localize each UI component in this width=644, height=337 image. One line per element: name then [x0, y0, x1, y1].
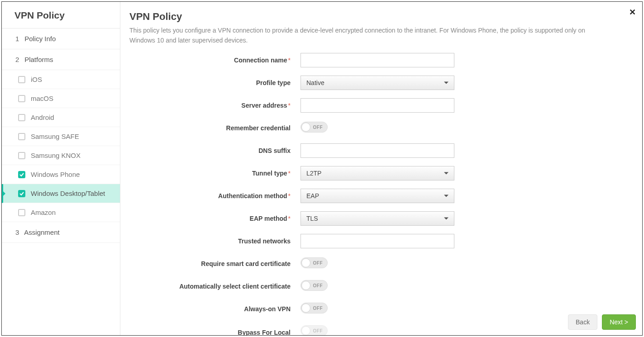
nav-step-label: Platforms: [24, 56, 53, 63]
select-eap-method[interactable]: TLS: [301, 211, 454, 226]
platform-label: macOS: [31, 95, 53, 102]
nav-step-label: Assignment: [24, 228, 59, 236]
platform-label: Windows Phone: [31, 171, 80, 178]
next-button[interactable]: Next >: [602, 314, 636, 330]
toggle-smart-card[interactable]: OFF: [301, 257, 328, 268]
vpn-form: Connection name* Profile type Native Ser…: [129, 53, 629, 335]
toggle-state: OFF: [313, 328, 323, 333]
sidebar: VPN Policy 1 Policy Info 2 Platforms iOS…: [2, 2, 120, 335]
checkbox-icon[interactable]: [18, 114, 25, 121]
sidebar-title: VPN Policy: [2, 2, 120, 28]
label-bypass-local: Bypass For Local: [129, 327, 301, 335]
checkbox-icon[interactable]: [18, 209, 25, 216]
checkbox-icon[interactable]: [18, 152, 25, 159]
checkbox-icon[interactable]: [18, 190, 25, 197]
nav-step-number: 3: [15, 228, 23, 236]
row-auth-method: Authentication method* EAP: [129, 189, 629, 203]
platform-label: Amazon: [31, 209, 56, 216]
row-auto-cert: Automatically select client certificate …: [129, 279, 629, 294]
footer-buttons: Back Next >: [568, 314, 636, 330]
nav-platforms[interactable]: 2 Platforms: [2, 49, 120, 70]
input-connection-name[interactable]: [301, 53, 454, 67]
toggle-knob: [301, 123, 310, 132]
row-eap-method: EAP method* TLS: [129, 211, 629, 226]
platform-label: Samsung KNOX: [31, 152, 81, 159]
row-smart-card: Require smart card certificate OFF: [129, 256, 629, 271]
row-server-address: Server address*: [129, 98, 629, 113]
toggle-state: OFF: [313, 125, 323, 130]
row-profile-type: Profile type Native: [129, 76, 629, 90]
input-dns-suffix[interactable]: [301, 143, 454, 158]
checkbox-icon[interactable]: [18, 171, 25, 178]
input-server-address[interactable]: [301, 98, 454, 113]
sidebar-nav: 1 Policy Info 2 Platforms iOS macOS Andr…: [2, 28, 120, 243]
page-title: VPN Policy: [129, 11, 629, 23]
label-auto-cert: Automatically select client certificate: [129, 283, 301, 290]
nav-step-number: 2: [15, 56, 23, 63]
label-always-on: Always-on VPN: [129, 305, 301, 313]
required-mark: *: [288, 170, 291, 177]
platform-item-macos[interactable]: macOS: [2, 89, 120, 108]
required-mark: *: [288, 192, 291, 199]
toggle-state: OFF: [313, 261, 323, 266]
select-auth-method[interactable]: EAP: [301, 189, 454, 203]
select-tunnel-type[interactable]: L2TP: [301, 166, 454, 180]
nav-step-number: 1: [15, 35, 23, 43]
close-icon[interactable]: ✕: [629, 7, 636, 17]
toggle-state: OFF: [313, 306, 323, 311]
platform-label: Android: [31, 114, 54, 121]
row-always-on: Always-on VPN OFF: [129, 302, 629, 316]
row-bypass-local: Bypass For Local OFF: [129, 324, 629, 335]
row-trusted-networks: Trusted networks: [129, 234, 629, 248]
required-mark: *: [288, 215, 291, 222]
label-eap-method: EAP method*: [129, 215, 301, 222]
label-remember-credential: Remember credential: [129, 124, 301, 132]
platform-label: Windows Desktop/Tablet: [31, 190, 105, 197]
label-tunnel-type: Tunnel type*: [129, 170, 301, 177]
row-tunnel-type: Tunnel type* L2TP: [129, 166, 629, 180]
select-profile-type[interactable]: Native: [301, 76, 454, 90]
toggle-bypass-local[interactable]: OFF: [301, 325, 328, 335]
label-auth-method: Authentication method*: [129, 192, 301, 199]
toggle-knob: [301, 304, 310, 313]
platform-item-windows-desktop[interactable]: Windows Desktop/Tablet: [2, 184, 120, 203]
row-connection-name: Connection name*: [129, 53, 629, 67]
vpn-policy-dialog: VPN Policy 1 Policy Info 2 Platforms iOS…: [1, 1, 643, 336]
checkbox-icon[interactable]: [18, 76, 25, 83]
platform-item-amazon[interactable]: Amazon: [2, 203, 120, 222]
platform-item-ios[interactable]: iOS: [2, 70, 120, 89]
row-dns-suffix: DNS suffix: [129, 143, 629, 158]
main-panel: ✕ VPN Policy This policy lets you config…: [120, 2, 642, 335]
input-trusted-networks[interactable]: [301, 234, 454, 248]
toggle-state: OFF: [313, 283, 323, 288]
platform-label: Samsung SAFE: [31, 133, 79, 140]
label-smart-card: Require smart card certificate: [129, 260, 301, 267]
platform-item-samsung-knox[interactable]: Samsung KNOX: [2, 146, 120, 165]
platform-item-windows-phone[interactable]: Windows Phone: [2, 165, 120, 184]
toggle-knob: [301, 281, 310, 290]
checkbox-icon[interactable]: [18, 95, 25, 102]
label-trusted-networks: Trusted networks: [129, 237, 301, 245]
label-server-address: Server address*: [129, 102, 301, 109]
required-mark: *: [288, 57, 291, 64]
checkbox-icon[interactable]: [18, 133, 25, 140]
toggle-knob: [301, 258, 310, 267]
platform-item-samsung-safe[interactable]: Samsung SAFE: [2, 127, 120, 146]
page-description: This policy lets you configure a VPN con…: [129, 25, 629, 46]
toggle-knob: [301, 326, 310, 335]
back-button[interactable]: Back: [568, 314, 597, 330]
toggle-always-on[interactable]: OFF: [301, 303, 328, 313]
toggle-auto-cert[interactable]: OFF: [301, 280, 328, 291]
toggle-remember-credential[interactable]: OFF: [301, 122, 328, 133]
nav-assignment[interactable]: 3 Assignment: [2, 222, 120, 243]
nav-step-label: Policy Info: [24, 35, 56, 43]
platform-item-android[interactable]: Android: [2, 108, 120, 127]
row-remember-credential: Remember credential OFF: [129, 121, 629, 135]
required-mark: *: [288, 102, 291, 109]
nav-policy-info[interactable]: 1 Policy Info: [2, 28, 120, 49]
label-connection-name: Connection name*: [129, 57, 301, 64]
label-dns-suffix: DNS suffix: [129, 147, 301, 154]
platform-label: iOS: [31, 76, 42, 83]
label-profile-type: Profile type: [129, 79, 301, 86]
